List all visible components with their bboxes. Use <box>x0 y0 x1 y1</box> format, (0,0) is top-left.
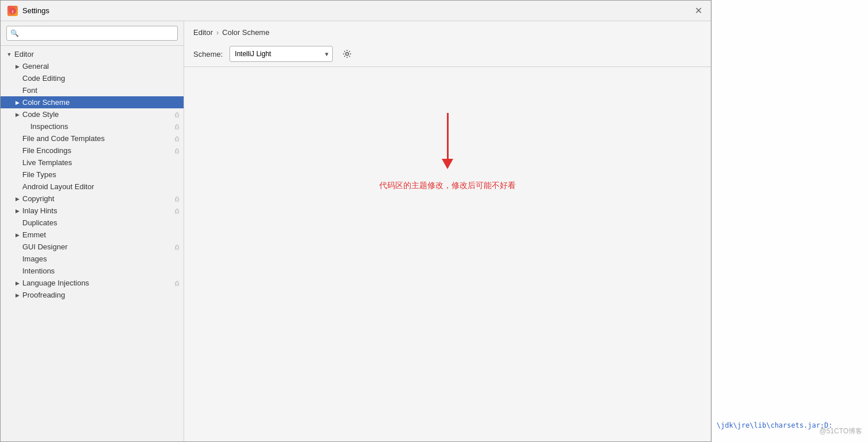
sidebar-item-images[interactable]: Images <box>1 253 184 265</box>
sidebar-item-inlay-hints[interactable]: Inlay Hints⎙ <box>1 205 184 217</box>
annotation-area: 代码区的主题修改，修改后可能不好看 <box>184 67 711 441</box>
copy-icon-code-style: ⎙ <box>175 111 179 118</box>
sidebar-item-android-layout-editor[interactable]: Android Layout Editor <box>1 181 184 193</box>
sidebar-label-emmet: Emmet <box>21 230 179 239</box>
sidebar-label-file-encodings: File Encodings <box>21 146 173 155</box>
search-icon: 🔍 <box>10 29 19 37</box>
sidebar-item-code-editing[interactable]: Code Editing <box>1 72 184 84</box>
sidebar-label-duplicates: Duplicates <box>21 218 179 227</box>
expand-arrow-editor <box>5 50 13 58</box>
sidebar-label-android-layout-editor: Android Layout Editor <box>21 182 179 191</box>
expand-arrow-copyright <box>13 195 21 203</box>
annotation-text: 代码区的主题修改，修改后可能不好看 <box>379 181 516 191</box>
arrow-line <box>447 113 449 159</box>
svg-point-2 <box>346 53 349 56</box>
sidebar-tree: EditorGeneralCode EditingFontColor Schem… <box>1 46 184 441</box>
sidebar: 🔍 EditorGeneralCode EditingFontColor Sch… <box>1 21 184 441</box>
sidebar-item-gui-designer[interactable]: GUI Designer⎙ <box>1 241 184 253</box>
gear-button[interactable] <box>340 46 355 61</box>
copy-icon-inspections: ⎙ <box>175 123 179 130</box>
scheme-label: Scheme: <box>193 50 223 58</box>
copy-icon-language-injections: ⎙ <box>175 280 179 287</box>
sidebar-item-emmet[interactable]: Emmet <box>1 229 184 241</box>
title-bar-left: I Settings <box>7 6 49 16</box>
sidebar-label-inlay-hints: Inlay Hints <box>21 206 173 215</box>
sidebar-label-file-types: File Types <box>21 170 179 179</box>
sidebar-item-intentions[interactable]: Intentions <box>1 265 184 277</box>
scheme-row: Scheme: IntelliJ LightDarculaHigh Contra… <box>184 41 711 67</box>
expand-arrow-proofreading <box>13 291 21 299</box>
sidebar-label-proofreading: Proofreading <box>21 291 179 299</box>
search-wrapper: 🔍 <box>6 26 178 41</box>
sidebar-item-font[interactable]: Font <box>1 84 184 96</box>
code-background: \jdk\jre\lib\charsets.jar;D: <box>711 0 868 442</box>
expand-arrow-general <box>13 62 21 71</box>
scheme-select[interactable]: IntelliJ LightDarculaHigh ContrastDefaul… <box>229 46 333 62</box>
sidebar-item-language-injections[interactable]: Language Injections⎙ <box>1 277 184 289</box>
sidebar-label-inspections: Inspections <box>29 122 173 131</box>
sidebar-item-file-encodings[interactable]: File Encodings⎙ <box>1 144 184 157</box>
window-title: Settings <box>22 6 49 15</box>
sidebar-label-color-scheme: Color Scheme <box>21 98 179 107</box>
sidebar-item-color-scheme[interactable]: Color Scheme <box>1 96 184 108</box>
sidebar-label-code-style: Code Style <box>21 110 173 119</box>
sidebar-label-images: Images <box>21 255 179 263</box>
sidebar-label-live-templates: Live Templates <box>21 158 179 167</box>
breadcrumb-separator: › <box>216 28 219 37</box>
search-input[interactable] <box>6 26 178 41</box>
sidebar-item-editor[interactable]: Editor <box>1 48 184 60</box>
copy-icon-file-code-templates: ⎙ <box>175 135 179 142</box>
sidebar-item-copyright[interactable]: Copyright⎙ <box>1 193 184 205</box>
expand-arrow-inlay-hints <box>13 207 21 215</box>
sidebar-label-intentions: Intentions <box>21 267 179 275</box>
copy-icon-file-encodings: ⎙ <box>175 147 179 154</box>
sidebar-label-editor: Editor <box>13 50 179 58</box>
copy-icon-copyright: ⎙ <box>175 195 179 202</box>
title-bar: I Settings ✕ <box>1 1 711 21</box>
svg-text:I: I <box>12 9 13 14</box>
sidebar-item-file-types[interactable]: File Types <box>1 169 184 181</box>
sidebar-item-file-code-templates[interactable]: File and Code Templates⎙ <box>1 132 184 144</box>
arrow-head <box>442 159 453 169</box>
sidebar-item-inspections[interactable]: Inspections⎙ <box>1 120 184 132</box>
expand-arrow-code-style <box>13 111 21 119</box>
copy-icon-inlay-hints: ⎙ <box>175 208 179 214</box>
copy-icon-gui-designer: ⎙ <box>175 244 179 251</box>
sidebar-label-code-editing: Code Editing <box>21 74 179 83</box>
app-icon: I <box>7 6 18 16</box>
red-arrow <box>442 113 453 169</box>
sidebar-label-font: Font <box>21 86 179 95</box>
sidebar-item-duplicates[interactable]: Duplicates <box>1 217 184 229</box>
scheme-select-wrapper: IntelliJ LightDarculaHigh ContrastDefaul… <box>229 46 333 62</box>
sidebar-label-general: General <box>21 62 179 71</box>
main-content: 🔍 EditorGeneralCode EditingFontColor Sch… <box>1 21 711 441</box>
sidebar-item-general[interactable]: General <box>1 60 184 72</box>
watermark: @51CTO博客 <box>819 427 862 436</box>
close-button[interactable]: ✕ <box>692 5 704 17</box>
breadcrumb-parent: Editor <box>193 28 213 37</box>
settings-window: I Settings ✕ 🔍 EditorGeneralCode Editing… <box>0 0 711 442</box>
search-box: 🔍 <box>1 21 184 46</box>
sidebar-label-gui-designer: GUI Designer <box>21 242 173 251</box>
sidebar-label-copyright: Copyright <box>21 194 173 203</box>
sidebar-label-language-injections: Language Injections <box>21 279 173 287</box>
expand-arrow-emmet <box>13 231 21 239</box>
content-panel: Editor › Color Scheme Scheme: IntelliJ L… <box>184 21 711 441</box>
expand-arrow-color-scheme <box>13 99 21 107</box>
sidebar-label-file-code-templates: File and Code Templates <box>21 134 173 143</box>
breadcrumb: Editor › Color Scheme <box>184 21 711 41</box>
expand-arrow-language-injections <box>13 279 21 287</box>
sidebar-item-proofreading[interactable]: Proofreading <box>1 289 184 301</box>
sidebar-item-live-templates[interactable]: Live Templates <box>1 157 184 169</box>
gear-icon <box>342 49 352 58</box>
sidebar-item-code-style[interactable]: Code Style⎙ <box>1 108 184 120</box>
breadcrumb-current: Color Scheme <box>222 28 269 37</box>
